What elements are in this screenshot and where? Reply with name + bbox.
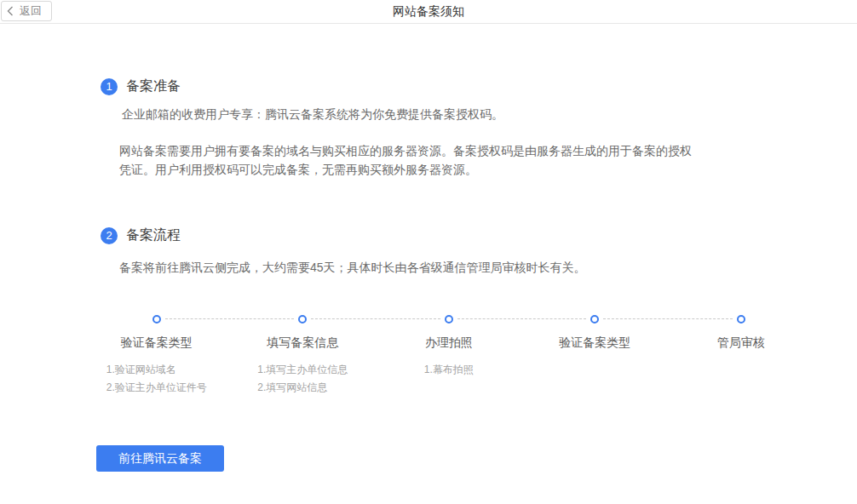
paragraph: 企业邮箱的收费用户专享：腾讯云备案系统将为你免费提供备案授权码。	[122, 105, 698, 123]
stepper-dot-icon	[737, 315, 745, 324]
top-bar: 返回 网站备案须知	[0, 0, 857, 24]
stepper-step-substeps: 1.填写主办单位信息 2.填写网站信息	[257, 361, 348, 397]
back-chevron-icon	[7, 6, 14, 16]
page-title: 网站备案须知	[0, 0, 857, 23]
stepper-step-title: 验证备案类型	[522, 335, 669, 351]
step-number-badge: 2	[101, 227, 118, 244]
step-number-badge: 1	[101, 78, 118, 95]
stepper-step-4: 验证备案类型	[522, 315, 669, 397]
go-to-tencent-cloud-filing-button[interactable]: 前往腾讯云备案	[96, 445, 224, 472]
stepper-step-2: 填写备案信息 1.填写主办单位信息 2.填写网站信息	[230, 315, 377, 397]
back-button[interactable]: 返回	[1, 1, 52, 21]
section-preparation-header: 1 备案准备	[101, 77, 857, 95]
section-heading: 备案准备	[126, 77, 181, 95]
section-heading: 备案流程	[126, 226, 181, 244]
stepper-step-substeps: 1.幕布拍照	[424, 361, 474, 379]
stepper-step-title: 管局审核	[668, 335, 814, 351]
back-button-label: 返回	[20, 3, 42, 19]
substep-item: 2.填写网站信息	[257, 379, 348, 397]
section-process-header: 2 备案流程	[101, 226, 857, 244]
stepper-dot-icon	[298, 315, 307, 324]
stepper-dot-icon	[152, 315, 161, 324]
stepper-step-substeps: 1.验证网站域名 2.验证主办单位证件号	[106, 361, 207, 397]
stepper-dot-icon	[590, 315, 599, 324]
paragraph: 网站备案需要用户拥有要备案的域名与购买相应的服务器资源。备案授权码是由服务器生成…	[119, 141, 695, 179]
substep-item: 1.幕布拍照	[424, 361, 474, 379]
stepper-dot-icon	[445, 315, 453, 324]
process-stepper: 验证备案类型 1.验证网站域名 2.验证主办单位证件号 填写备案信息 1.填写主…	[83, 315, 814, 397]
stepper-step-title: 填写备案信息	[230, 335, 377, 351]
stepper-step-3: 办理拍照 1.幕布拍照	[376, 315, 522, 397]
paragraph: 备案将前往腾讯云侧完成，大约需要45天；具体时长由各省级通信管理局审核时长有关。	[119, 258, 695, 277]
stepper-step-1: 验证备案类型 1.验证网站域名 2.验证主办单位证件号	[83, 315, 230, 397]
substep-item: 1.验证网站域名	[106, 361, 207, 379]
stepper-step-5: 管局审核	[668, 315, 814, 397]
section-preparation: 1 备案准备 企业邮箱的收费用户专享：腾讯云备案系统将为你免费提供备案授权码。 …	[101, 77, 857, 179]
stepper-step-title: 验证备案类型	[83, 335, 230, 351]
stepper-step-title: 办理拍照	[376, 335, 522, 351]
main-content: 1 备案准备 企业邮箱的收费用户专享：腾讯云备案系统将为你免费提供备案授权码。 …	[0, 24, 857, 472]
substep-item: 2.验证主办单位证件号	[106, 379, 207, 397]
section-process: 2 备案流程 备案将前往腾讯云侧完成，大约需要45天；具体时长由各省级通信管理局…	[101, 226, 857, 472]
substep-item: 1.填写主办单位信息	[257, 361, 348, 379]
